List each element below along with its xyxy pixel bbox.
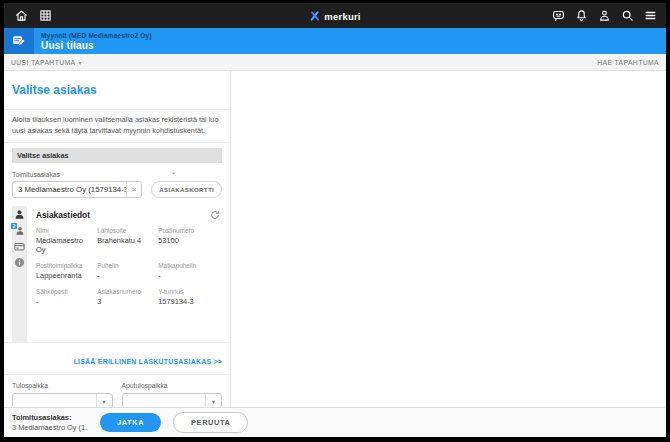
footer-action-bar: Toimitusasiakas: 3 Mediamaestro Oy (1...… — [4, 407, 666, 437]
notifications-bell-icon[interactable] — [575, 9, 588, 22]
new-event-dropdown[interactable]: UUSI TAPAHTUMA ▾ — [11, 59, 82, 66]
payment-card-icon[interactable] — [14, 241, 25, 252]
customer-field: Matkapuhelin - — [158, 262, 220, 280]
home-icon[interactable] — [15, 9, 28, 22]
field-value: Brahenkatu 4 — [97, 236, 153, 245]
cancel-button[interactable]: PERUUTA — [173, 412, 248, 433]
field-label: Y-tunnus — [158, 288, 220, 295]
info-icon[interactable] — [14, 257, 25, 268]
field-value: Lappeenranta — [36, 271, 92, 280]
field-label: Sähköposti — [36, 288, 92, 295]
field-value: 3 — [97, 297, 153, 306]
aputulospaikka-label: Aputulospaikka — [122, 382, 223, 389]
customer-field: Asiakasnumero 3 — [97, 288, 153, 306]
customer-info-grid: Nimi Mediamaestro Oy Lähiosoite Brahenka… — [36, 227, 220, 306]
search-event-button[interactable]: HAE TAPAHTUMA — [597, 59, 659, 66]
field-value: 1579134-3 — [158, 297, 220, 306]
apps-grid-icon[interactable] — [39, 9, 52, 22]
field-label: Matkapuhelin — [158, 262, 220, 269]
customer-info-title: Asiakastiedot — [36, 210, 90, 220]
customer-selection-panel: Valitse asiakas Aloita tilauksen luomine… — [4, 71, 231, 407]
required-mark: * — [172, 171, 175, 178]
search-icon[interactable] — [621, 9, 634, 22]
continue-button[interactable]: JATKA — [100, 413, 161, 432]
event-toolbar: UUSI TAPAHTUMA ▾ HAE TAPAHTUMA — [4, 54, 666, 71]
customer-info-title-row: Asiakastiedot — [36, 210, 220, 220]
aputulospaikka-value[interactable] — [123, 394, 206, 407]
merkuri-logo[interactable]: merkuri — [309, 10, 360, 21]
customer-card-button[interactable]: ASIAKASKORTTI — [151, 181, 222, 198]
field-value: - — [158, 271, 220, 280]
section-header: Valitse asiakas — [12, 148, 222, 163]
field-label: Puhelin — [97, 262, 153, 269]
window-frame: merkuri — [0, 0, 670, 442]
tulospaikka-value[interactable] — [13, 394, 96, 407]
panel-description: Aloita tilauksen luominen valitsemalla a… — [4, 110, 230, 143]
delivery-customer-input-row: 3 Mediamaestro Oy (1579134-3) × ASIAKASK… — [12, 181, 222, 198]
delivery-customer-label-row: Toimitusasiakas * — [12, 171, 175, 178]
customer-field: Postitoimipaikka Lappeenranta — [36, 262, 92, 280]
field-label: Lähiosoite — [97, 227, 153, 234]
topbar-left-group — [4, 9, 52, 22]
chatbot-icon[interactable] — [552, 9, 565, 22]
contacts-icon[interactable]: 2 — [14, 225, 25, 236]
customer-field: Y-tunnus 1579134-3 — [158, 288, 220, 306]
refresh-icon[interactable] — [210, 210, 220, 220]
customer-field: Puhelin - — [97, 262, 153, 280]
app-context-label: Myynnit (MED Mediamaestro2 Oy) — [41, 32, 152, 39]
delivery-customer-form: Toimitusasiakas * 3 Mediamaestro Oy (157… — [4, 163, 230, 342]
tulospaikka-group: Tulospaikka ▼ — [12, 382, 113, 407]
customer-info-body: Asiakastiedot Nimi Mediamaestro Oy — [27, 206, 222, 342]
clear-selection-icon[interactable]: × — [126, 182, 141, 197]
customer-info-card: 2 Asiakastiedot — [12, 206, 222, 342]
chevron-down-icon: ▾ — [79, 59, 82, 66]
contacts-count-badge: 2 — [11, 223, 17, 229]
context-text-block: Myynnit (MED Mediamaestro2 Oy) Uusi tila… — [34, 28, 152, 54]
customer-field: Nimi Mediamaestro Oy — [36, 227, 92, 254]
field-label: Postitoimipaikka — [36, 262, 92, 269]
aputulospaikka-select[interactable]: ▼ — [122, 393, 223, 407]
result-place-selects: Tulospaikka ▼ Aputulospaikka ▼ — [4, 374, 230, 407]
footer-summary-value: 3 Mediamaestro Oy (1... — [12, 423, 88, 432]
footer-selection-summary: Toimitusasiakas: 3 Mediamaestro Oy (1... — [12, 413, 88, 432]
customer-field: Postinumero 53100 — [158, 227, 220, 254]
customer-field: Lähiosoite Brahenkatu 4 — [97, 227, 153, 254]
new-order-compose-icon[interactable] — [4, 28, 34, 54]
context-bar: Myynnit (MED Mediamaestro2 Oy) Uusi tila… — [4, 28, 666, 54]
page-title: Uusi tilaus — [41, 40, 152, 51]
merkuri-logo-icon — [309, 10, 320, 21]
logo-text: merkuri — [324, 10, 360, 21]
topbar-right-group — [552, 9, 666, 22]
customer-field: Sähköposti - — [36, 288, 92, 306]
customer-person-icon[interactable] — [14, 209, 25, 220]
panel-heading: Valitse asiakas — [4, 71, 230, 110]
menu-hamburger-icon[interactable] — [644, 9, 657, 22]
field-value: - — [97, 271, 153, 280]
delivery-customer-combobox[interactable]: 3 Mediamaestro Oy (1579134-3) × — [12, 181, 142, 198]
tulospaikka-select[interactable]: ▼ — [12, 393, 113, 407]
delivery-customer-value[interactable]: 3 Mediamaestro Oy (1579134-3) — [13, 182, 126, 197]
main-area: Valitse asiakas Aloita tilauksen luomine… — [4, 71, 666, 407]
field-value: 53100 — [158, 236, 220, 245]
tulospaikka-label: Tulospaikka — [12, 382, 113, 389]
chevron-down-icon[interactable]: ▼ — [96, 394, 112, 407]
field-label: Postinumero — [158, 227, 220, 234]
aputulospaikka-group: Aputulospaikka ▼ — [122, 382, 223, 407]
top-navigation-bar: merkuri — [4, 3, 666, 28]
add-billing-customer-link[interactable]: LISÄÄ ERILLINEN LASKUTUSASIAKAS >> — [74, 358, 222, 365]
field-value: Mediamaestro Oy — [36, 236, 92, 254]
new-event-label: UUSI TAPAHTUMA — [11, 59, 76, 66]
field-label: Nimi — [36, 227, 92, 234]
billing-link-row: LISÄÄ ERILLINEN LASKUTUSASIAKAS >> — [4, 342, 230, 374]
delivery-customer-label: Toimitusasiakas — [12, 171, 60, 178]
empty-content-area — [231, 71, 666, 407]
field-value: - — [36, 297, 92, 306]
footer-summary-label: Toimitusasiakas: — [12, 413, 88, 422]
field-label: Asiakasnumero — [97, 288, 153, 295]
app-window: merkuri — [4, 3, 666, 437]
customer-card-icon-rail: 2 — [12, 206, 27, 342]
chevron-down-icon[interactable]: ▼ — [205, 394, 221, 407]
account-person-icon[interactable] — [598, 9, 611, 22]
